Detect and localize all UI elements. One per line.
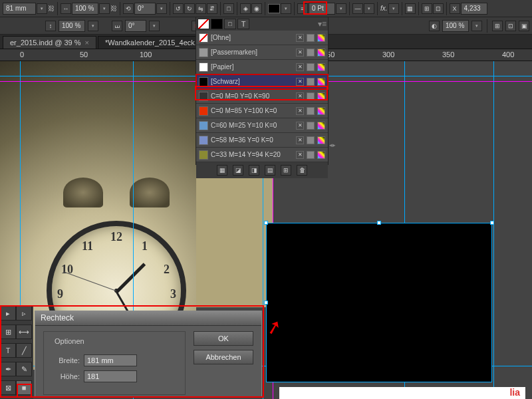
guide-vertical[interactable] [493, 61, 494, 399]
clock-bell [130, 178, 170, 207]
rotate-ccw-icon[interactable]: ↺ [173, 3, 184, 14]
formatting-container-icon[interactable]: T [237, 19, 249, 29]
dropdown-icon[interactable] [336, 3, 346, 14]
swatch-lock-icon: ✕ [296, 107, 304, 115]
formatting-text-icon[interactable]: □ [224, 19, 236, 29]
swatch-row[interactable]: C=0 M=85 Y=100 K=0✕ [196, 104, 328, 118]
swatch-type-icon [307, 151, 315, 159]
swatch-mode-icon [317, 122, 325, 130]
control-toolbar-1: ⛓ ↔ ⛓ ⟲ ↺ ↻ ⇋ ⇵ □ ◈ ◉ ≡ — fx. ▦ ⊞ ⊡ X [0, 0, 532, 17]
dropdown-icon[interactable] [99, 3, 110, 14]
expand-icon[interactable]: ◂▸ [329, 142, 336, 148]
swatch-lock-icon: ✕ [296, 63, 304, 71]
show-all-icon[interactable]: ▦ [217, 165, 227, 176]
fill-swatch-icon[interactable] [211, 19, 223, 29]
selection-tool[interactable]: ▸ [0, 306, 16, 321]
clock-bell [63, 178, 103, 207]
dropdown-icon[interactable] [364, 3, 374, 14]
rectangle-frame-tool[interactable]: ⊠ [0, 380, 16, 395]
fit-prop-icon[interactable]: ⊡ [505, 21, 516, 31]
pen-tool[interactable]: ✒ [0, 362, 16, 376]
scale-y-field[interactable] [59, 20, 85, 32]
line-tool[interactable]: ╱ [16, 343, 32, 358]
flip-h-icon[interactable]: ⇋ [196, 3, 206, 14]
rotate-icon: ⟲ [123, 3, 134, 14]
swatch-row[interactable]: C=33 M=14 Y=94 K=20✕ [196, 148, 328, 162]
dropdown-icon[interactable] [37, 3, 47, 14]
fill-color-indicator[interactable] [268, 4, 280, 13]
swatch-color [199, 150, 208, 160]
rectangle-frame[interactable] [266, 223, 492, 382]
swatch-row[interactable]: C=0 M=0 Y=0 K=90✕ [196, 89, 328, 104]
panel-menu-icon[interactable]: ▾≡ [318, 19, 327, 29]
dropdown-icon[interactable] [388, 3, 399, 14]
height-label: Höhe: [52, 372, 80, 380]
opacity-field[interactable] [442, 20, 469, 32]
swatch-lock-icon: ✕ [296, 49, 304, 57]
misc-icon[interactable]: ▦ [405, 3, 416, 14]
cancel-button[interactable]: Abbrechen [194, 350, 253, 364]
fill-none-icon[interactable] [198, 19, 209, 29]
swatch-row[interactable]: C=58 M=36 Y=0 K=0✕ [196, 133, 328, 148]
fit2-icon[interactable]: ⊡ [433, 3, 444, 14]
flip-v-icon[interactable]: ⇵ [207, 3, 217, 14]
link-icon[interactable]: ⛓ [48, 3, 55, 14]
swatch-type-icon [307, 122, 315, 130]
field-dimension[interactable] [3, 3, 36, 15]
selection-handle[interactable] [264, 301, 268, 305]
swatch-mode-icon [317, 107, 325, 115]
pencil-tool[interactable]: ✎ [16, 362, 32, 376]
swatch-row[interactable]: C=60 M=25 Y=10 K=0✕ [196, 118, 328, 133]
shear-field[interactable] [125, 20, 146, 32]
swatch-name: C=58 M=36 Y=0 K=0 [211, 136, 293, 144]
show-color-icon[interactable]: ◪ [233, 165, 243, 176]
dropdown-icon[interactable] [156, 3, 167, 14]
new-group-icon[interactable]: ⊞ [281, 165, 291, 176]
fit-icon[interactable]: ⊞ [422, 3, 432, 14]
selection-handle[interactable] [490, 221, 494, 225]
dialog-title[interactable]: Rechteck [35, 311, 261, 326]
wrap-icon[interactable]: □ [223, 3, 234, 14]
stroke-weight-field[interactable] [309, 3, 335, 15]
swatch-name: [Schwarz] [211, 78, 293, 85]
selection-handle[interactable] [264, 221, 268, 225]
page-tool[interactable]: ⊞ [0, 325, 16, 339]
select-content-icon[interactable]: ◉ [251, 3, 262, 14]
fieldset-legend: Optionen [52, 337, 87, 345]
direct-selection-tool[interactable]: ▹ [16, 306, 32, 321]
effects-label[interactable]: fx. [380, 5, 388, 12]
swatch-row[interactable]: [Schwarz]✕ [196, 74, 328, 89]
swatch-mode-icon [317, 78, 325, 86]
fill-frame-icon[interactable]: ▣ [519, 21, 529, 31]
rotate-cw-icon[interactable]: ↻ [184, 3, 195, 14]
height-input[interactable] [84, 370, 137, 382]
swatch-row[interactable]: [Papier]✕ [196, 60, 328, 74]
swatch-row[interactable]: [Ohne]✕ [196, 31, 328, 45]
swatch-row[interactable]: [Passermarken]✕ [196, 45, 328, 60]
tab-document-1[interactable]: er_2015.indd @ 39 %× [3, 36, 96, 49]
shear-icon: ⧢ [112, 21, 122, 31]
gap-tool[interactable]: ⟷ [16, 325, 32, 339]
swatch-mode-icon [317, 136, 325, 144]
fit-frame-icon[interactable]: ⊞ [492, 21, 503, 31]
type-tool[interactable]: T [0, 343, 16, 358]
width-input[interactable] [84, 354, 137, 366]
show-gradient-icon[interactable]: ◨ [249, 165, 259, 176]
new-swatch-icon[interactable]: ▤ [265, 165, 275, 176]
scale-x-field[interactable] [72, 3, 98, 15]
select-container-icon[interactable]: ◈ [240, 3, 251, 14]
angle-field[interactable] [134, 3, 156, 15]
selection-handle[interactable] [377, 221, 381, 225]
swatch-type-icon [307, 107, 315, 115]
rectangle-tool[interactable]: ■ [16, 380, 32, 395]
dropdown-icon[interactable] [88, 21, 98, 31]
close-icon[interactable]: × [85, 39, 89, 47]
x-field[interactable] [461, 3, 487, 15]
link-icon[interactable]: ⛓ [110, 3, 117, 14]
ok-button[interactable]: OK [194, 331, 253, 346]
stroke-style-icon[interactable]: — [352, 3, 363, 14]
dropdown-icon[interactable] [471, 21, 482, 31]
dropdown-icon[interactable] [149, 21, 160, 31]
delete-swatch-icon[interactable]: 🗑 [297, 165, 307, 176]
fill-dropdown-icon[interactable] [281, 3, 291, 14]
